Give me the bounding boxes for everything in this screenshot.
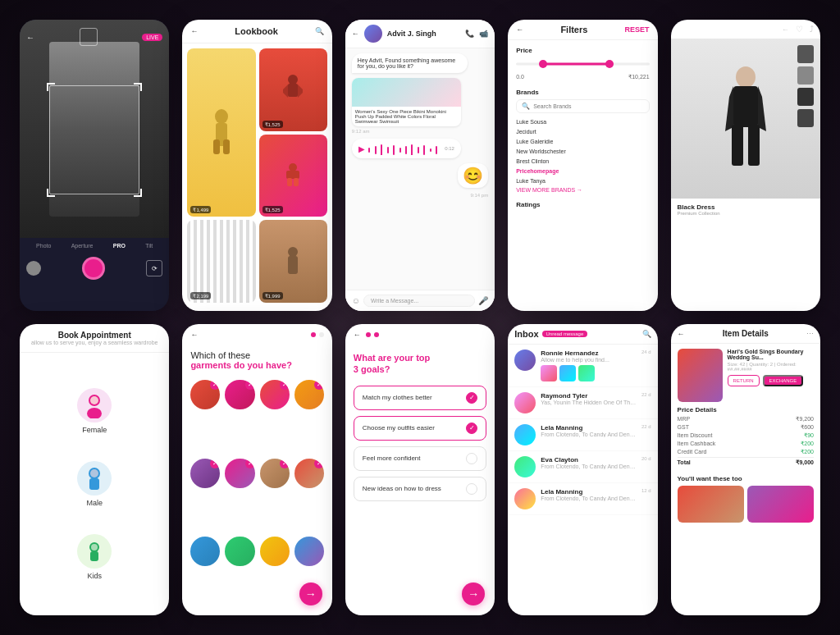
- brand-item-1[interactable]: Jecidurt: [516, 128, 649, 135]
- goal-option-2[interactable]: Feel more confident: [354, 446, 486, 471]
- chat-product-card[interactable]: Women's Sexy One Piece Bikini Monokini P…: [352, 78, 461, 126]
- lookbook-item-2[interactable]: ₹1,525: [259, 48, 327, 131]
- brand-item-6[interactable]: Luke Tanya: [516, 177, 649, 185]
- view-more-brands[interactable]: VIEW MORE BRANDS →: [516, 187, 649, 193]
- brand-search-input[interactable]: 🔍: [516, 99, 649, 113]
- brand-item-4[interactable]: Brest Clinton: [516, 158, 649, 165]
- garment-check-3: ✓: [280, 380, 290, 390]
- chat-call-icon[interactable]: 📞: [465, 30, 474, 38]
- garments-back-icon[interactable]: ←: [190, 331, 198, 339]
- return-button[interactable]: RETURN: [728, 375, 760, 386]
- product-thumb-2[interactable]: [797, 66, 814, 85]
- inbox-avatar-4: [514, 488, 536, 509]
- audio-play-icon[interactable]: ▶: [358, 144, 365, 153]
- goals-back-icon[interactable]: ←: [354, 331, 361, 339]
- chat-emoji-icon[interactable]: ☺: [352, 296, 360, 305]
- inbox-item-0[interactable]: Ronnie Hernandez Allow me to help you fi…: [508, 345, 657, 387]
- brand-search-field[interactable]: [533, 103, 643, 109]
- inbox-item-2[interactable]: Lela Manning From Clotendo, To Candy And…: [508, 419, 657, 451]
- garment-4[interactable]: ✓: [294, 380, 324, 409]
- gender-label-male: Male: [86, 499, 103, 507]
- lookbook-item-4[interactable]: ₹2,199: [187, 220, 255, 303]
- product-share-icon[interactable]: ⤴: [810, 25, 814, 34]
- garment-2[interactable]: ✓: [225, 380, 254, 409]
- camera-gallery-thumb[interactable]: [26, 261, 41, 276]
- inbox-search-icon[interactable]: 🔍: [642, 330, 651, 338]
- chat-video-icon[interactable]: 📹: [479, 30, 488, 38]
- garment-12[interactable]: [294, 537, 324, 566]
- brand-item-3[interactable]: New Worldschester: [516, 148, 649, 155]
- inbox-name-0: Ronnie Hernandez: [541, 349, 637, 357]
- appointment-subtitle: allow us to serve you, enjoy a seamless …: [28, 340, 161, 345]
- price-thumb-min[interactable]: [539, 60, 547, 68]
- filters-back-icon[interactable]: ←: [516, 25, 523, 34]
- garment-3[interactable]: ✓: [260, 380, 290, 409]
- gender-option-female[interactable]: Female: [77, 388, 112, 434]
- product-header: ← ♡ ⤴: [671, 20, 820, 39]
- brand-item-2[interactable]: Luke Galeridie: [516, 138, 649, 145]
- product-thumb-4[interactable]: [797, 109, 814, 127]
- svg-point-4: [288, 75, 298, 85]
- garment-7[interactable]: ✓: [260, 459, 290, 488]
- brand-item-0[interactable]: Luke Sousa: [516, 118, 649, 126]
- camera-shutter-button[interactable]: [82, 257, 105, 280]
- camera-back-icon[interactable]: ←: [26, 33, 34, 42]
- you-might-img-2[interactable]: [747, 486, 814, 523]
- garment-9[interactable]: [190, 537, 220, 566]
- goal-option-3[interactable]: New ideas on how to dress: [354, 477, 486, 501]
- filters-reset-btn[interactable]: RESET: [625, 25, 650, 34]
- lookbook-back-icon[interactable]: ←: [190, 27, 198, 35]
- price-range-slider[interactable]: [516, 57, 649, 71]
- garment-8[interactable]: ✓: [294, 459, 324, 488]
- garment-11[interactable]: [260, 537, 290, 566]
- mode-pro[interactable]: PRO: [113, 243, 126, 249]
- lookbook-item-3[interactable]: ₹1,525: [259, 135, 327, 217]
- price-label-gst: GST: [678, 424, 689, 431]
- inbox-time-0: 24 d: [641, 349, 651, 354]
- lookbook-item-5[interactable]: ₹1,999: [259, 220, 327, 303]
- garment-10[interactable]: [225, 537, 254, 566]
- lookbook-item-1[interactable]: ₹1,499: [187, 48, 255, 217]
- brand-item-5[interactable]: Pricehomepage: [516, 167, 649, 175]
- product-back-icon[interactable]: ←: [782, 25, 789, 34]
- item-details-back-icon[interactable]: ←: [678, 330, 685, 338]
- garment-5[interactable]: ✓: [190, 459, 220, 488]
- you-might-img-1[interactable]: [678, 486, 744, 523]
- gender-option-male[interactable]: Male: [77, 461, 112, 507]
- product-thumb-1[interactable]: [797, 45, 814, 63]
- goal-option-0[interactable]: Match my clothes better ✓: [354, 386, 486, 410]
- price-thumb-max[interactable]: [605, 60, 614, 68]
- chat-input-field[interactable]: Write a Message...: [363, 295, 475, 307]
- mode-photo[interactable]: Photo: [36, 243, 51, 249]
- chat-mic-icon[interactable]: 🎤: [478, 296, 488, 305]
- exchange-button[interactable]: EXCHANGE: [763, 375, 804, 386]
- product-wishlist-icon[interactable]: ♡: [796, 25, 803, 34]
- garments-next-fab[interactable]: →: [299, 582, 322, 605]
- gender-option-kids[interactable]: Kids: [77, 534, 112, 580]
- item-details-more-icon[interactable]: ⋯: [806, 330, 814, 338]
- goal-text-0: Match my clothes better: [363, 394, 432, 401]
- lookbook-search-icon[interactable]: 🔍: [315, 27, 324, 35]
- svg-rect-3: [223, 139, 230, 154]
- item-top-section: Hari's Gold Sings Boundary Weddng Su... …: [678, 349, 814, 402]
- goal-option-1[interactable]: Choose my outfits easier ✓: [354, 416, 486, 441]
- price-row-cc: Credit Card ₹200: [678, 449, 814, 455]
- mode-tilt[interactable]: Tilt: [145, 243, 153, 249]
- garment-1[interactable]: ✓: [190, 380, 220, 409]
- inbox-item-3[interactable]: Eva Clayton From Clotendo, To Candy And …: [508, 451, 657, 483]
- inbox-content-0: Ronnie Hernandez Allow me to help you fi…: [541, 349, 637, 381]
- garment-6[interactable]: ✓: [225, 459, 254, 488]
- goals-next-fab[interactable]: →: [462, 582, 485, 605]
- garment-check-2: ✓: [245, 380, 255, 390]
- chat-back-icon[interactable]: ←: [352, 30, 359, 38]
- inbox-name-2: Lela Manning: [541, 424, 637, 432]
- inbox-item-4[interactable]: Lela Manning From Clotendo, To Candy And…: [508, 483, 657, 515]
- product-thumb-3[interactable]: [797, 88, 814, 106]
- inbox-item-1[interactable]: Raymond Tyler Yas, Younin The Hidden One…: [508, 387, 657, 419]
- camera-flip-icon[interactable]: [80, 28, 98, 46]
- chat-emoji-bubble: 😊: [458, 163, 488, 188]
- chat-audio-message[interactable]: ▶ 0:12: [352, 139, 461, 158]
- camera-flip-button[interactable]: ⟳: [146, 260, 162, 276]
- lookbook-price-5: ₹1,999: [262, 292, 283, 299]
- mode-aperture[interactable]: Aperture: [71, 243, 94, 249]
